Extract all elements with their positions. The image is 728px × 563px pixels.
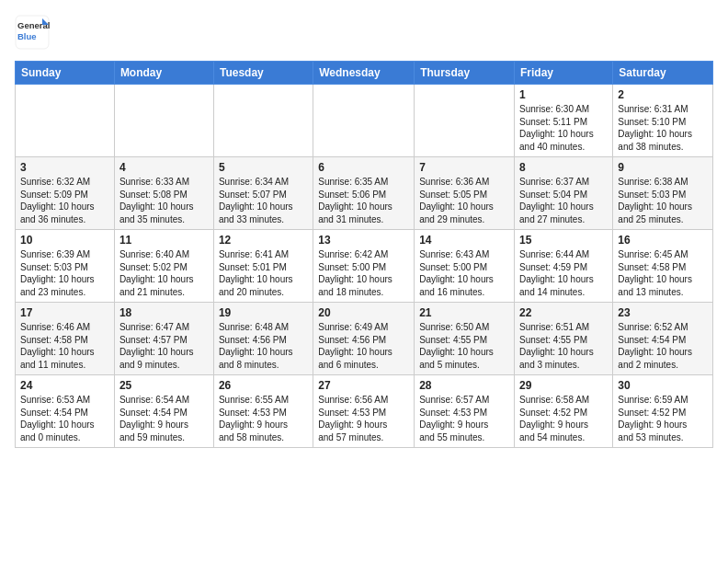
day-number: 22 bbox=[519, 306, 608, 319]
day-cell: 23Sunrise: 6:52 AM Sunset: 4:54 PM Dayli… bbox=[613, 303, 713, 375]
day-number: 25 bbox=[119, 379, 209, 392]
day-number: 28 bbox=[419, 379, 509, 392]
day-number: 27 bbox=[318, 379, 409, 392]
day-info: Sunrise: 6:30 AM Sunset: 5:11 PM Dayligh… bbox=[519, 103, 608, 153]
day-cell: 9Sunrise: 6:38 AM Sunset: 5:03 PM Daylig… bbox=[613, 157, 713, 230]
day-cell: 3Sunrise: 6:32 AM Sunset: 5:09 PM Daylig… bbox=[16, 157, 115, 230]
day-cell: 30Sunrise: 6:59 AM Sunset: 4:52 PM Dayli… bbox=[613, 375, 713, 448]
day-number: 11 bbox=[119, 234, 209, 247]
day-info: Sunrise: 6:35 AM Sunset: 5:06 PM Dayligh… bbox=[318, 176, 409, 225]
weekday-header-friday: Friday bbox=[515, 62, 613, 85]
day-cell bbox=[16, 85, 115, 157]
day-number: 17 bbox=[20, 306, 109, 319]
calendar-header: SundayMondayTuesdayWednesdayThursdayFrid… bbox=[16, 62, 713, 85]
day-info: Sunrise: 6:48 AM Sunset: 4:56 PM Dayligh… bbox=[219, 321, 308, 371]
day-cell bbox=[415, 85, 515, 157]
day-info: Sunrise: 6:57 AM Sunset: 4:53 PM Dayligh… bbox=[419, 394, 509, 443]
day-info: Sunrise: 6:49 AM Sunset: 4:56 PM Dayligh… bbox=[318, 321, 409, 371]
day-cell: 18Sunrise: 6:47 AM Sunset: 4:57 PM Dayli… bbox=[114, 303, 213, 375]
day-info: Sunrise: 6:37 AM Sunset: 5:04 PM Dayligh… bbox=[519, 176, 608, 225]
day-number: 21 bbox=[419, 306, 509, 319]
day-number: 19 bbox=[219, 306, 308, 319]
day-info: Sunrise: 6:39 AM Sunset: 5:03 PM Dayligh… bbox=[20, 248, 109, 298]
day-cell: 26Sunrise: 6:55 AM Sunset: 4:53 PM Dayli… bbox=[213, 375, 313, 448]
day-number: 29 bbox=[519, 379, 608, 392]
day-number: 23 bbox=[618, 306, 708, 319]
day-number: 14 bbox=[419, 234, 509, 247]
day-info: Sunrise: 6:33 AM Sunset: 5:08 PM Dayligh… bbox=[119, 176, 209, 225]
day-info: Sunrise: 6:50 AM Sunset: 4:55 PM Dayligh… bbox=[419, 321, 509, 371]
day-info: Sunrise: 6:43 AM Sunset: 5:00 PM Dayligh… bbox=[419, 248, 509, 298]
day-info: Sunrise: 6:52 AM Sunset: 4:54 PM Dayligh… bbox=[618, 321, 708, 371]
day-cell: 28Sunrise: 6:57 AM Sunset: 4:53 PM Dayli… bbox=[415, 375, 515, 448]
day-cell: 5Sunrise: 6:34 AM Sunset: 5:07 PM Daylig… bbox=[213, 157, 313, 230]
day-number: 15 bbox=[519, 234, 608, 247]
day-info: Sunrise: 6:32 AM Sunset: 5:09 PM Dayligh… bbox=[20, 176, 109, 225]
day-cell: 11Sunrise: 6:40 AM Sunset: 5:02 PM Dayli… bbox=[114, 230, 213, 303]
day-cell: 20Sunrise: 6:49 AM Sunset: 4:56 PM Dayli… bbox=[313, 303, 415, 375]
day-number: 24 bbox=[20, 379, 109, 392]
day-number: 26 bbox=[219, 379, 308, 392]
weekday-header-tuesday: Tuesday bbox=[213, 62, 313, 85]
week-row-5: 24Sunrise: 6:53 AM Sunset: 4:54 PM Dayli… bbox=[16, 375, 713, 448]
day-info: Sunrise: 6:38 AM Sunset: 5:03 PM Dayligh… bbox=[618, 176, 708, 225]
week-row-2: 3Sunrise: 6:32 AM Sunset: 5:09 PM Daylig… bbox=[16, 157, 713, 230]
day-info: Sunrise: 6:51 AM Sunset: 4:55 PM Dayligh… bbox=[519, 321, 608, 371]
day-number: 6 bbox=[318, 161, 409, 174]
day-cell: 4Sunrise: 6:33 AM Sunset: 5:08 PM Daylig… bbox=[114, 157, 213, 230]
day-number: 9 bbox=[618, 161, 708, 174]
page: General Blue SundayMondayTuesdayWednesda… bbox=[0, 0, 728, 457]
day-info: Sunrise: 6:56 AM Sunset: 4:53 PM Dayligh… bbox=[318, 394, 409, 443]
day-number: 10 bbox=[20, 234, 109, 247]
day-number: 13 bbox=[318, 234, 409, 247]
weekday-header-row: SundayMondayTuesdayWednesdayThursdayFrid… bbox=[16, 62, 713, 85]
day-number: 3 bbox=[20, 161, 109, 174]
day-cell: 19Sunrise: 6:48 AM Sunset: 4:56 PM Dayli… bbox=[213, 303, 313, 375]
weekday-header-saturday: Saturday bbox=[613, 62, 713, 85]
day-info: Sunrise: 6:59 AM Sunset: 4:52 PM Dayligh… bbox=[618, 394, 708, 443]
day-cell: 10Sunrise: 6:39 AM Sunset: 5:03 PM Dayli… bbox=[16, 230, 115, 303]
day-info: Sunrise: 6:53 AM Sunset: 4:54 PM Dayligh… bbox=[20, 394, 109, 443]
day-cell: 2Sunrise: 6:31 AM Sunset: 5:10 PM Daylig… bbox=[613, 85, 713, 157]
day-number: 12 bbox=[219, 234, 308, 247]
day-cell: 14Sunrise: 6:43 AM Sunset: 5:00 PM Dayli… bbox=[415, 230, 515, 303]
day-number: 16 bbox=[618, 234, 708, 247]
day-number: 2 bbox=[618, 88, 708, 101]
day-cell: 13Sunrise: 6:42 AM Sunset: 5:00 PM Dayli… bbox=[313, 230, 415, 303]
weekday-header-wednesday: Wednesday bbox=[313, 62, 415, 85]
day-number: 5 bbox=[219, 161, 308, 174]
day-info: Sunrise: 6:31 AM Sunset: 5:10 PM Dayligh… bbox=[618, 103, 708, 153]
day-cell: 22Sunrise: 6:51 AM Sunset: 4:55 PM Dayli… bbox=[515, 303, 613, 375]
logo-icon: General Blue bbox=[15, 15, 50, 50]
calendar: SundayMondayTuesdayWednesdayThursdayFrid… bbox=[15, 61, 713, 448]
day-cell bbox=[213, 85, 313, 157]
weekday-header-sunday: Sunday bbox=[16, 62, 115, 85]
day-info: Sunrise: 6:36 AM Sunset: 5:05 PM Dayligh… bbox=[419, 176, 509, 225]
day-number: 8 bbox=[519, 161, 608, 174]
day-info: Sunrise: 6:44 AM Sunset: 4:59 PM Dayligh… bbox=[519, 248, 608, 298]
week-row-4: 17Sunrise: 6:46 AM Sunset: 4:58 PM Dayli… bbox=[16, 303, 713, 375]
day-cell: 7Sunrise: 6:36 AM Sunset: 5:05 PM Daylig… bbox=[415, 157, 515, 230]
day-cell: 6Sunrise: 6:35 AM Sunset: 5:06 PM Daylig… bbox=[313, 157, 415, 230]
day-info: Sunrise: 6:41 AM Sunset: 5:01 PM Dayligh… bbox=[219, 248, 308, 298]
day-cell: 1Sunrise: 6:30 AM Sunset: 5:11 PM Daylig… bbox=[515, 85, 613, 157]
day-number: 7 bbox=[419, 161, 509, 174]
logo: General Blue bbox=[15, 15, 50, 50]
day-info: Sunrise: 6:45 AM Sunset: 4:58 PM Dayligh… bbox=[618, 248, 708, 298]
day-cell bbox=[114, 85, 213, 157]
week-row-3: 10Sunrise: 6:39 AM Sunset: 5:03 PM Dayli… bbox=[16, 230, 713, 303]
day-info: Sunrise: 6:34 AM Sunset: 5:07 PM Dayligh… bbox=[219, 176, 308, 225]
day-info: Sunrise: 6:47 AM Sunset: 4:57 PM Dayligh… bbox=[119, 321, 209, 371]
day-info: Sunrise: 6:40 AM Sunset: 5:02 PM Dayligh… bbox=[119, 248, 209, 298]
day-cell: 25Sunrise: 6:54 AM Sunset: 4:54 PM Dayli… bbox=[114, 375, 213, 448]
day-cell: 21Sunrise: 6:50 AM Sunset: 4:55 PM Dayli… bbox=[415, 303, 515, 375]
day-number: 20 bbox=[318, 306, 409, 319]
day-cell: 12Sunrise: 6:41 AM Sunset: 5:01 PM Dayli… bbox=[213, 230, 313, 303]
day-cell: 24Sunrise: 6:53 AM Sunset: 4:54 PM Dayli… bbox=[16, 375, 115, 448]
day-cell: 8Sunrise: 6:37 AM Sunset: 5:04 PM Daylig… bbox=[515, 157, 613, 230]
week-row-1: 1Sunrise: 6:30 AM Sunset: 5:11 PM Daylig… bbox=[16, 85, 713, 157]
day-info: Sunrise: 6:54 AM Sunset: 4:54 PM Dayligh… bbox=[119, 394, 209, 443]
day-cell bbox=[313, 85, 415, 157]
day-cell: 27Sunrise: 6:56 AM Sunset: 4:53 PM Dayli… bbox=[313, 375, 415, 448]
calendar-body: 1Sunrise: 6:30 AM Sunset: 5:11 PM Daylig… bbox=[16, 85, 713, 448]
